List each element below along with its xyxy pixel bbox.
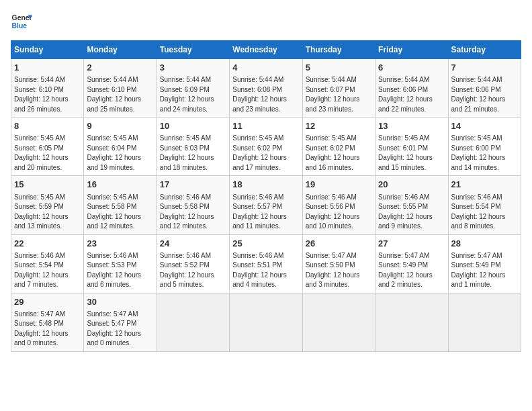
day-number: 21: [451, 179, 518, 191]
day-info: Sunrise: 5:46 AM Sunset: 5:57 PM Dayligh…: [232, 193, 299, 232]
day-cell: 3Sunrise: 5:44 AM Sunset: 6:09 PM Daylig…: [157, 59, 229, 118]
day-cell: 26Sunrise: 5:47 AM Sunset: 5:50 PM Dayli…: [302, 234, 375, 293]
day-info: Sunrise: 5:46 AM Sunset: 5:51 PM Dayligh…: [232, 251, 299, 290]
day-info: Sunrise: 5:47 AM Sunset: 5:48 PM Dayligh…: [14, 310, 81, 349]
day-number: 26: [306, 238, 372, 250]
day-cell: 6Sunrise: 5:44 AM Sunset: 6:06 PM Daylig…: [375, 59, 448, 118]
day-cell: 13Sunrise: 5:45 AM Sunset: 6:01 PM Dayli…: [375, 118, 448, 176]
day-cell: [302, 293, 375, 351]
day-number: 24: [160, 238, 226, 250]
day-info: Sunrise: 5:45 AM Sunset: 6:03 PM Dayligh…: [160, 134, 226, 173]
day-info: Sunrise: 5:45 AM Sunset: 6:00 PM Dayligh…: [451, 134, 518, 173]
week-row-4: 22Sunrise: 5:46 AM Sunset: 5:54 PM Dayli…: [11, 234, 521, 293]
day-info: Sunrise: 5:44 AM Sunset: 6:08 PM Dayligh…: [232, 75, 299, 114]
day-cell: 29Sunrise: 5:47 AM Sunset: 5:48 PM Dayli…: [11, 293, 84, 351]
day-cell: 20Sunrise: 5:46 AM Sunset: 5:55 PM Dayli…: [375, 176, 448, 234]
day-cell: 18Sunrise: 5:46 AM Sunset: 5:57 PM Dayli…: [230, 176, 302, 234]
day-info: Sunrise: 5:44 AM Sunset: 6:06 PM Dayligh…: [378, 75, 445, 114]
day-info: Sunrise: 5:45 AM Sunset: 6:02 PM Dayligh…: [306, 134, 372, 173]
day-number: 3: [160, 62, 226, 74]
svg-text:Blue: Blue: [12, 22, 28, 30]
day-cell: [230, 293, 302, 351]
day-number: 20: [378, 179, 445, 191]
day-cell: 28Sunrise: 5:47 AM Sunset: 5:49 PM Dayli…: [448, 234, 521, 293]
day-number: 9: [87, 120, 153, 132]
day-info: Sunrise: 5:45 AM Sunset: 6:05 PM Dayligh…: [14, 134, 81, 173]
day-info: Sunrise: 5:47 AM Sunset: 5:49 PM Dayligh…: [378, 251, 445, 290]
column-headers: SundayMondayTuesdayWednesdayThursdayFrid…: [11, 41, 521, 59]
day-cell: 9Sunrise: 5:45 AM Sunset: 6:04 PM Daylig…: [84, 118, 157, 176]
day-number: 6: [378, 62, 445, 74]
day-cell: 16Sunrise: 5:45 AM Sunset: 5:58 PM Dayli…: [84, 176, 157, 234]
logo-icon: General Blue: [11, 11, 32, 32]
day-cell: 22Sunrise: 5:46 AM Sunset: 5:54 PM Dayli…: [11, 234, 84, 293]
day-number: 1: [14, 62, 81, 74]
col-header-thursday: Thursday: [302, 41, 375, 59]
day-info: Sunrise: 5:46 AM Sunset: 5:54 PM Dayligh…: [451, 193, 518, 232]
day-cell: 1Sunrise: 5:44 AM Sunset: 6:10 PM Daylig…: [11, 59, 84, 118]
day-info: Sunrise: 5:45 AM Sunset: 6:01 PM Dayligh…: [378, 134, 445, 173]
day-number: 14: [451, 120, 518, 132]
col-header-tuesday: Tuesday: [157, 41, 229, 59]
day-cell: 27Sunrise: 5:47 AM Sunset: 5:49 PM Dayli…: [375, 234, 448, 293]
day-number: 16: [87, 179, 153, 191]
day-cell: 11Sunrise: 5:45 AM Sunset: 6:02 PM Dayli…: [230, 118, 302, 176]
day-number: 12: [306, 120, 372, 132]
day-number: 27: [378, 238, 445, 250]
day-number: 11: [232, 120, 299, 132]
day-cell: 25Sunrise: 5:46 AM Sunset: 5:51 PM Dayli…: [230, 234, 302, 293]
day-info: Sunrise: 5:46 AM Sunset: 5:54 PM Dayligh…: [14, 251, 81, 290]
day-number: 4: [232, 62, 299, 74]
day-number: 5: [306, 62, 372, 74]
header: General Blue: [11, 11, 521, 32]
col-header-monday: Monday: [84, 41, 157, 59]
day-cell: 14Sunrise: 5:45 AM Sunset: 6:00 PM Dayli…: [448, 118, 521, 176]
day-cell: 12Sunrise: 5:45 AM Sunset: 6:02 PM Dayli…: [302, 118, 375, 176]
day-info: Sunrise: 5:47 AM Sunset: 5:47 PM Dayligh…: [87, 310, 153, 349]
day-number: 29: [14, 296, 81, 308]
day-cell: 23Sunrise: 5:46 AM Sunset: 5:53 PM Dayli…: [84, 234, 157, 293]
day-number: 23: [87, 238, 153, 250]
day-info: Sunrise: 5:45 AM Sunset: 6:04 PM Dayligh…: [87, 134, 153, 173]
day-number: 28: [451, 238, 518, 250]
day-info: Sunrise: 5:44 AM Sunset: 6:07 PM Dayligh…: [306, 75, 372, 114]
day-cell: 15Sunrise: 5:45 AM Sunset: 5:59 PM Dayli…: [11, 176, 84, 234]
day-info: Sunrise: 5:46 AM Sunset: 5:56 PM Dayligh…: [306, 193, 372, 232]
day-number: 30: [87, 296, 153, 308]
col-header-wednesday: Wednesday: [230, 41, 302, 59]
day-cell: 24Sunrise: 5:46 AM Sunset: 5:52 PM Dayli…: [157, 234, 229, 293]
day-number: 25: [232, 238, 299, 250]
day-info: Sunrise: 5:45 AM Sunset: 6:02 PM Dayligh…: [232, 134, 299, 173]
day-info: Sunrise: 5:46 AM Sunset: 5:52 PM Dayligh…: [160, 251, 226, 290]
day-number: 2: [87, 62, 153, 74]
day-number: 15: [14, 179, 81, 191]
day-cell: 21Sunrise: 5:46 AM Sunset: 5:54 PM Dayli…: [448, 176, 521, 234]
col-header-friday: Friday: [375, 41, 448, 59]
day-number: 8: [14, 120, 81, 132]
day-info: Sunrise: 5:44 AM Sunset: 6:09 PM Dayligh…: [160, 75, 226, 114]
day-info: Sunrise: 5:44 AM Sunset: 6:10 PM Dayligh…: [87, 75, 153, 114]
day-cell: 17Sunrise: 5:46 AM Sunset: 5:58 PM Dayli…: [157, 176, 229, 234]
week-row-2: 8Sunrise: 5:45 AM Sunset: 6:05 PM Daylig…: [11, 118, 521, 176]
day-number: 18: [232, 179, 299, 191]
day-cell: 4Sunrise: 5:44 AM Sunset: 6:08 PM Daylig…: [230, 59, 302, 118]
day-info: Sunrise: 5:47 AM Sunset: 5:49 PM Dayligh…: [451, 251, 518, 290]
day-number: 19: [306, 179, 372, 191]
logo: General Blue: [11, 11, 32, 32]
day-info: Sunrise: 5:46 AM Sunset: 5:53 PM Dayligh…: [87, 251, 153, 290]
day-number: 17: [160, 179, 226, 191]
day-info: Sunrise: 5:46 AM Sunset: 5:58 PM Dayligh…: [160, 193, 226, 232]
day-cell: [375, 293, 448, 351]
day-number: 10: [160, 120, 226, 132]
calendar-table: SundayMondayTuesdayWednesdayThursdayFrid…: [11, 40, 521, 352]
day-cell: 10Sunrise: 5:45 AM Sunset: 6:03 PM Dayli…: [157, 118, 229, 176]
day-number: 22: [14, 238, 81, 250]
day-info: Sunrise: 5:46 AM Sunset: 5:55 PM Dayligh…: [378, 193, 445, 232]
day-cell: [157, 293, 229, 351]
day-info: Sunrise: 5:45 AM Sunset: 5:59 PM Dayligh…: [14, 193, 81, 232]
day-number: 7: [451, 62, 518, 74]
day-info: Sunrise: 5:45 AM Sunset: 5:58 PM Dayligh…: [87, 193, 153, 232]
week-row-5: 29Sunrise: 5:47 AM Sunset: 5:48 PM Dayli…: [11, 293, 521, 351]
week-row-1: 1Sunrise: 5:44 AM Sunset: 6:10 PM Daylig…: [11, 59, 521, 118]
day-cell: 7Sunrise: 5:44 AM Sunset: 6:06 PM Daylig…: [448, 59, 521, 118]
